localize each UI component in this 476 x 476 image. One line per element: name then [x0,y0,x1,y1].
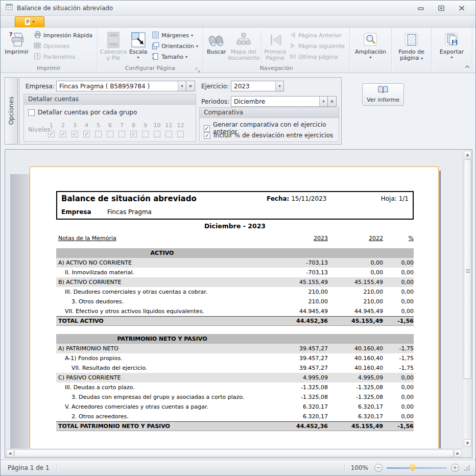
report-row: A-1) Fondos propios.39.457,2740.160,40-1… [56,353,414,363]
options-panel: Opciones Empresa: Fincas Pragma ( B58959… [5,75,472,148]
chevron-down-icon[interactable]: ▾ [275,81,283,91]
dialog-launcher-icon[interactable] [195,65,201,72]
report-row: II. Inmovilizado material.-703,130,000,0… [56,268,414,277]
impresion-rapida-button[interactable]: Impresión Rápida [31,30,95,41]
tamano-button[interactable]: Tamaño ▾ [149,52,201,62]
escala-button[interactable]: Escala ▾ [127,29,149,59]
ampliacion-button[interactable]: Ampliación ▾ [354,29,388,59]
report-column-headers: Notas de la Memória 2023 2022 % [56,235,414,242]
margenes-button[interactable]: Márgenes ▾ [149,30,201,41]
vertical-scrollbar[interactable]: ▲ ▼ [463,150,471,447]
detallar-group-title: Detallar cuentas [24,94,196,105]
resize-grip[interactable] [463,464,470,471]
header-footer-icon [106,31,121,49]
report-row: VII. Efectivo y otros activos líquidos e… [56,306,414,316]
previous-page-icon [290,32,296,40]
pagina-siguiente-button: Página siguiente [287,41,347,52]
ribbon-collapse-button[interactable] [463,63,471,70]
nivel-checkbox-10: 10 [151,122,163,137]
next-page-icon [290,42,296,51]
scroll-down-icon[interactable]: ▼ [464,439,471,447]
last-page-icon [290,53,296,61]
report-row: 2. Otros acreedores.6.320,176.320,170,00 [56,412,414,421]
ejercicio-label: Ejercicio: [201,83,229,90]
app-window: Balance de situación abreviado ▾ [0,0,476,476]
buscar-button[interactable]: Buscar [205,29,228,55]
chevron-down-icon: ▾ [137,56,139,59]
restore-button[interactable] [437,4,446,12]
periodos-label: Periodos: [201,98,229,105]
fondo-pagina-button[interactable]: Fondo de página ▾ [394,29,429,61]
detallar-checkbox-row[interactable]: Detallar cuentas por cada grupo [28,109,137,116]
ver-informe-button[interactable]: Ver informe [362,83,404,106]
periodos-combobox[interactable]: Diciembre ▾ [231,96,328,107]
comparativa-checkbox-row[interactable]: ✓ Incluir % de desviación entre ejercici… [204,132,333,139]
comparativa-group-title: Comparativa [200,108,339,118]
chevron-down-icon[interactable]: ▾ [319,97,327,106]
chevron-down-icon: ▾ [185,55,187,59]
page-shadow [10,174,30,449]
report-row: III. Deudores comerciales y otras cuenta… [56,287,414,297]
parameters-icon: ? [33,52,41,62]
report-section: ACTIVOA) ACTIVO NO CORRIENTE-703,130,000… [56,248,414,326]
zoom-slider[interactable] [387,464,447,472]
ribbon-group-configurar: Cabecera y Pie Escala ▾ Márgenes [98,28,203,73]
scroll-up-icon[interactable]: ▲ [464,151,471,158]
report-row: 3. Otros deudores.210,00210,000,00 [56,297,414,306]
zoom-slider-thumb[interactable] [410,464,415,471]
imprimir-button[interactable]: ? Imprimir [3,29,31,55]
report-preview-area[interactable]: Balance de situación abreviado Fecha: 15… [5,149,472,458]
ultima-pagina-button: Última página [287,52,347,62]
report-row: 3. Deudas con empresas del grupo y asoci… [56,392,414,402]
orientacion-button[interactable]: Orientación ▾ [149,41,201,52]
nivel-checkbox-12: 12 [175,122,186,137]
window-title: Balance de situación abreviado [17,5,113,12]
nivel-checkbox-4: 4✓ [81,122,92,137]
scroll-right-icon[interactable]: ▶ [454,449,462,457]
nivel-checkbox-5: 5 [92,122,104,137]
report-row: B) ACTIVO CORRIENTE45.155,4945.155,490,0… [56,277,414,287]
horizontal-scrollbar-thumb[interactable] [14,449,454,457]
report-row: A) ACTIVO NO CORRIENTE-703,130,000,00 [56,258,414,268]
periodos-clear-button[interactable]: ✕ [328,96,337,107]
primera-pagina-button: Primera Página [263,29,287,61]
page-size-icon [152,53,159,62]
empresa-clear-button[interactable]: ✕ [186,81,195,91]
minimize-button[interactable] [416,4,425,12]
file-menu-tab[interactable]: ▾ [15,16,44,27]
svg-text:?: ? [36,54,39,59]
opciones-vertical-tab[interactable]: Opciones [5,77,18,145]
detallar-checkbox[interactable] [28,109,35,116]
options-grid-icon [33,41,41,51]
niveles-checkboxes: 1✓2✓3✓4✓5678✓9101112 [45,122,186,137]
zoom-in-button[interactable]: + [451,464,459,472]
group-label-navegacion: Navegación [203,64,349,73]
scroll-left-icon[interactable]: ◀ [6,449,14,457]
nivel-checkbox-1: 1✓ [45,122,57,137]
report-sheet: Hoja: 1/1 [381,195,409,202]
nivel-checkbox-8: 8✓ [128,122,139,137]
chevron-down-icon: ▾ [191,33,193,38]
horizontal-scrollbar[interactable]: ◀ ▶ [6,448,462,457]
nivel-checkbox-3: 3✓ [69,122,81,137]
status-bar: Página 1 de 1 100% − + [1,460,475,475]
group-label-configurar: Configurar Página [98,64,203,73]
ejercicio-combobox[interactable]: 2023 ▾ [231,81,284,91]
vertical-scrollbar-thumb[interactable] [464,159,471,379]
export-icon [444,31,460,49]
zoom-out-button[interactable]: − [374,464,383,472]
binoculars-icon [207,31,226,49]
exportar-button[interactable]: Exportar ▾ [437,29,467,59]
mapa-documento-button: Mapa del documento [228,29,259,61]
scale-icon [130,31,147,49]
report-title: Balance de situación abreviado [61,194,197,203]
empresa-combobox[interactable]: Fincas Pragma ( B58959784 ) ▾ [56,81,186,91]
report-row: TOTAL PATRIMONIO NETO Y PASIVO44.452,364… [56,421,414,431]
options-fields: Empresa: Fincas Pragma ( B58959784 ) ▾ ✕… [19,77,342,145]
parametros-button: ? Parámetros [31,52,95,62]
incluir-desviacion-checkbox[interactable]: ✓ [204,132,210,139]
close-button[interactable] [457,4,466,12]
chevron-down-icon[interactable]: ▾ [178,81,186,91]
generar-comparativa-checkbox[interactable]: ✓ [204,125,210,132]
nivel-checkbox-9: 9 [139,122,151,137]
